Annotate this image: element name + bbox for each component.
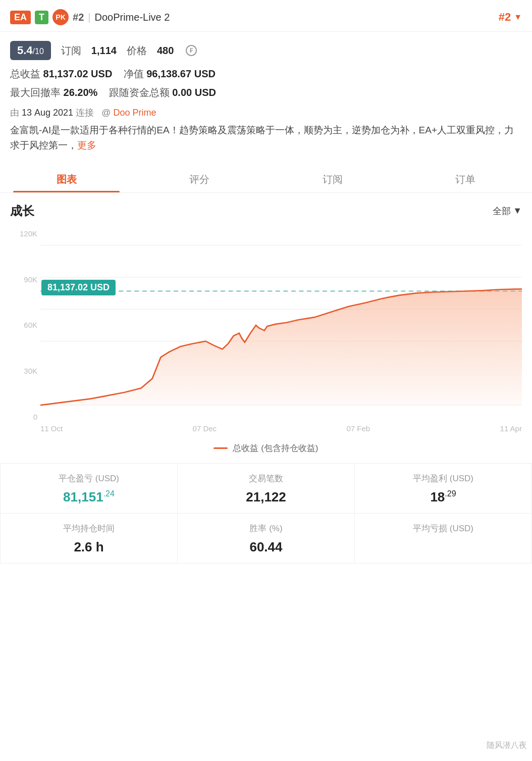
- tab-chart-label: 图表: [57, 174, 77, 185]
- stat-value-trades: 21,122: [186, 489, 346, 505]
- chart-container: 120K 90K 60K 30K 0: [10, 224, 522, 436]
- tabs: 图表 评分 订阅 订单: [0, 165, 532, 193]
- more-link[interactable]: 更多: [77, 140, 96, 150]
- badge-pk: PK: [52, 9, 69, 25]
- x-label-apr: 11 Apr: [500, 424, 522, 433]
- chart-svg-area: [40, 229, 522, 421]
- stat-value-win-rate: 60.44: [186, 539, 346, 555]
- stat-label-avg-profit: 平均盈利 (USD): [363, 473, 523, 484]
- y-label-0: 0: [10, 413, 40, 421]
- badge-t: T: [35, 11, 48, 24]
- follow-value: 0.00: [172, 87, 192, 98]
- header-right[interactable]: #2 ▼: [499, 11, 522, 24]
- growth-header: 成长 全部 ▼: [10, 203, 522, 219]
- tab-subscribe-label: 订阅: [323, 174, 343, 185]
- stats-grid: 平仓盈亏 (USD) 81,151.24 交易笔数 21,122 平均盈利 (U…: [0, 463, 532, 564]
- subscribe-label: 订阅: [61, 44, 81, 58]
- total-profit-value: 81,137.02: [43, 68, 88, 79]
- stat-cell-win-rate: 胜率 (%) 60.44: [178, 514, 355, 564]
- connect-broker: Doo Prime: [113, 108, 156, 118]
- stat-value-profit: 81,151.24: [9, 489, 169, 505]
- badge-ea: EA: [10, 11, 31, 24]
- stat-label-profit: 平仓盈亏 (USD): [9, 473, 169, 484]
- stat-profit-sup: .24: [103, 489, 115, 498]
- legend-line-icon: [214, 447, 228, 449]
- stat-trades-main: 21,122: [246, 489, 286, 504]
- header: EA T PK #2 | DooPrime-Live 2 #2 ▼: [0, 0, 532, 32]
- stat-value-hold-time: 2.6 h: [9, 539, 169, 555]
- stat-avg-profit-main: 18: [430, 489, 445, 504]
- stat-cell-hold-time: 平均持仓时间 2.6 h: [1, 514, 178, 564]
- y-axis: 120K 90K 60K 30K 0: [10, 224, 40, 436]
- header-title: DooPrime-Live 2: [94, 12, 170, 23]
- max-drawdown-value: 26.20%: [64, 87, 98, 98]
- tab-rating[interactable]: 评分: [133, 165, 267, 192]
- header-rank: #2: [73, 12, 84, 23]
- stat-value-avg-profit: 18.29: [363, 489, 523, 505]
- y-label-60k: 60K: [10, 321, 40, 329]
- follow-label: 跟随资金总额: [109, 87, 170, 98]
- stat-cell-avg-profit: 平均盈利 (USD) 18.29: [355, 464, 532, 514]
- connect-at: @: [101, 108, 111, 118]
- tooltip-value: 81,137.02 USD: [47, 282, 110, 292]
- tab-chart[interactable]: 图表: [0, 165, 133, 192]
- net-value-value: 96,138.67: [146, 68, 191, 79]
- connect-prefix: 由: [10, 108, 19, 118]
- total-profit-label: 总收益: [10, 68, 40, 79]
- max-drawdown-label: 最大回撤率: [10, 87, 61, 98]
- stat-label-hold-time: 平均持仓时间: [9, 523, 169, 534]
- score-badge: 5.4/10: [10, 41, 51, 60]
- coin-icon: ₣: [186, 45, 197, 56]
- connect-row: 由 13 Aug 2021 连接 @ Doo Prime: [10, 107, 522, 119]
- stat-win-rate-main: 60.44: [249, 539, 282, 554]
- watermark-text: 随风潜八夜: [487, 741, 527, 749]
- description: 金富凯-AI是一款适用于各种行情的EA！趋势策略及震荡策略于一体，顺势为主，逆势…: [10, 123, 522, 154]
- score-value: 5.4: [17, 44, 33, 57]
- follow-unit: USD: [195, 87, 216, 98]
- watermark: 随风潜八夜: [487, 740, 527, 751]
- stat-avg-profit-sup: .29: [445, 489, 456, 498]
- growth-filter-arrow-icon: ▼: [513, 206, 522, 216]
- connect-date: 13 Aug 2021: [22, 108, 73, 118]
- stat-label-avg-loss: 平均亏损 (USD): [363, 523, 523, 534]
- tab-orders-label: 订单: [455, 174, 475, 185]
- total-profit-unit: USD: [91, 68, 112, 79]
- stat-cell-trades: 交易笔数 21,122: [178, 464, 355, 514]
- growth-filter[interactable]: 全部 ▼: [493, 205, 522, 217]
- stat-label-win-rate: 胜率 (%): [186, 523, 346, 534]
- y-label-120k: 120K: [10, 229, 40, 238]
- chart-inner: 120K 90K 60K 30K 0: [10, 224, 522, 436]
- price-label: 价格: [127, 44, 147, 58]
- score-denom: /10: [33, 47, 44, 56]
- legend-text: 总收益 (包含持仓收益): [233, 442, 318, 454]
- subscribe-value: 1,114: [91, 45, 117, 57]
- drawdown-row: 最大回撤率 26.20% 跟随资金总额 0.00 USD: [10, 86, 522, 99]
- growth-filter-label: 全部: [493, 205, 511, 217]
- price-value: 480: [157, 45, 174, 57]
- stat-hold-time-main: 2.6 h: [74, 539, 103, 554]
- stat-cell-profit: 平仓盈亏 (USD) 81,151.24: [1, 464, 178, 514]
- x-label-oct: 11 Oct: [40, 424, 63, 433]
- net-value-label: 净值: [124, 68, 144, 79]
- chart-tooltip: 81,137.02 USD: [41, 280, 116, 295]
- growth-title: 成长: [10, 203, 34, 219]
- y-label-90k: 90K: [10, 275, 40, 284]
- score-section: 5.4/10 订阅 1,114 价格 480 ₣ 总收益 81,137.02 U…: [0, 32, 532, 165]
- stat-profit-main: 81,151: [63, 489, 103, 504]
- net-value-unit: USD: [194, 68, 216, 79]
- tab-rating-label: 评分: [189, 174, 209, 185]
- chart-legend: 总收益 (包含持仓收益): [10, 436, 522, 463]
- y-label-30k: 30K: [10, 367, 40, 375]
- chart-svg: [40, 229, 522, 421]
- dropdown-arrow-icon[interactable]: ▼: [514, 13, 522, 22]
- total-profit-row: 总收益 81,137.02 USD 净值 96,138.67 USD: [10, 67, 522, 81]
- tab-orders[interactable]: 订单: [399, 165, 533, 192]
- header-rank-right: #2: [499, 11, 511, 24]
- header-divider: |: [88, 12, 90, 23]
- x-axis: 11 Oct 07 Dec 07 Feb 11 Apr: [40, 421, 522, 436]
- x-label-dec: 07 Dec: [193, 424, 217, 433]
- tab-subscribe[interactable]: 订阅: [266, 165, 399, 192]
- stat-cell-avg-loss: 平均亏损 (USD): [355, 514, 532, 564]
- header-left: EA T PK #2 | DooPrime-Live 2: [10, 9, 170, 25]
- stat-label-trades: 交易笔数: [186, 473, 346, 484]
